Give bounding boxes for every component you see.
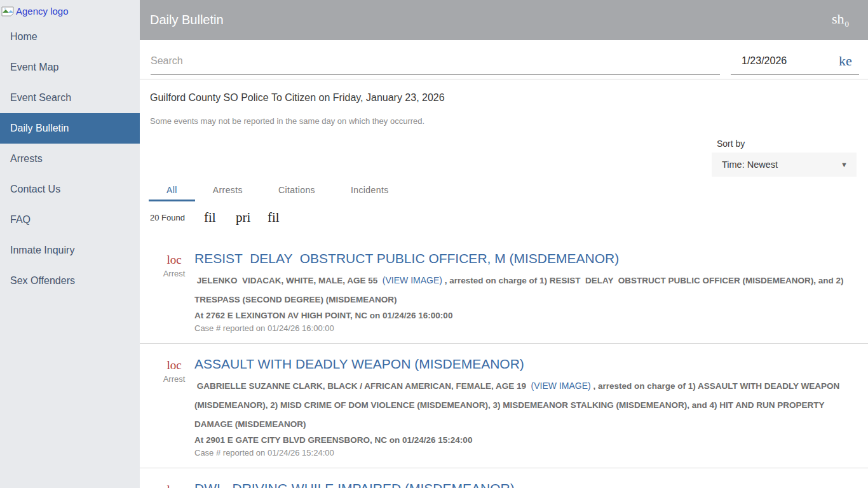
bulletin-item-left: loc bbox=[156, 481, 192, 488]
bulletin-item-body: DWI - DRIVING WHILE IMPAIRED (MISDEMEANO… bbox=[192, 481, 845, 488]
location-pin-icon[interactable]: loc bbox=[164, 358, 184, 372]
print-icon[interactable]: pri bbox=[236, 210, 255, 226]
sidebar-item-arrests[interactable]: Arrests bbox=[0, 144, 140, 174]
location-pin-icon[interactable]: loc bbox=[164, 253, 184, 267]
search-bar: ke bbox=[140, 40, 868, 79]
cart-icon[interactable]: sh0 bbox=[832, 11, 849, 29]
chevron-down-icon: ▼ bbox=[841, 161, 848, 168]
location-pin-icon[interactable]: loc bbox=[164, 483, 184, 488]
charge-title: DWI - DRIVING WHILE IMPAIRED (MISDEMEANO… bbox=[194, 481, 845, 488]
calendar-icon[interactable]: ke bbox=[839, 53, 857, 69]
bulletin-item-left: loc Arrest bbox=[156, 251, 192, 335]
bulletin-item-left: loc Arrest bbox=[156, 356, 192, 459]
bulletin-item-body: ASSAULT WITH DEADLY WEAPON (MISDEMEANOR)… bbox=[192, 356, 845, 459]
tab-arrests[interactable]: Arrests bbox=[195, 180, 261, 201]
tab-incidents[interactable]: Incidents bbox=[333, 180, 407, 201]
bulletin-note: Some events may not be reported in the s… bbox=[150, 116, 858, 126]
bulletin-item-body: RESIST DELAY OBSTRUCT PUBLIC OFFICER, M … bbox=[192, 251, 845, 335]
person-details: GABRIELLE SUZANNE CLARK, BLACK / AFRICAN… bbox=[194, 381, 531, 391]
arrest-description: JELENKO VIDACAK, WHITE, MALE, AGE 55 (VI… bbox=[194, 271, 845, 309]
search-input[interactable] bbox=[151, 48, 720, 75]
download-icon[interactable]: fil bbox=[268, 210, 287, 226]
bulletin-heading: Guilford County SO Police To Citizen on … bbox=[150, 92, 858, 104]
bulletin-item: loc Arrest ASSAULT WITH DEADLY WEAPON (M… bbox=[140, 343, 868, 468]
arrest-description: GABRIELLE SUZANNE CLARK, BLACK / AFRICAN… bbox=[194, 376, 845, 434]
sort-by-value: Time: Newest bbox=[722, 159, 778, 170]
case-line: Case # reported on 01/24/26 16:00:00 bbox=[194, 322, 845, 335]
sort-by: Sort by Time: Newest ▼ bbox=[712, 139, 857, 177]
sort-by-select[interactable]: Time: Newest ▼ bbox=[712, 152, 857, 177]
event-type-label: Arrest bbox=[156, 374, 192, 384]
event-type-label: Arrest bbox=[156, 269, 192, 278]
date-input[interactable] bbox=[731, 55, 820, 67]
agency-logo-alt-text: Agency logo bbox=[16, 6, 69, 17]
bulletin-item: loc DWI - DRIVING WHILE IMPAIRED (MISDEM… bbox=[140, 468, 868, 488]
sidebar-item-home[interactable]: Home bbox=[0, 22, 140, 52]
sidebar-item-contact-us[interactable]: Contact Us bbox=[0, 174, 140, 205]
cart-count-badge: 0 bbox=[845, 19, 850, 29]
sidebar-item-event-map[interactable]: Event Map bbox=[0, 52, 140, 83]
sidebar-item-daily-bulletin[interactable]: Daily Bulletin bbox=[0, 113, 140, 144]
person-details: JELENKO VIDACAK, WHITE, MALE, AGE 55 bbox=[194, 276, 383, 285]
sidebar: Agency logo Home Event Map Event Search … bbox=[0, 0, 140, 488]
bulletin-intro: Guilford County SO Police To Citizen on … bbox=[140, 79, 868, 126]
view-image-link[interactable]: (VIEW IMAGE) bbox=[531, 381, 591, 391]
date-field: ke bbox=[731, 48, 859, 75]
agency-logo-link[interactable]: Agency logo bbox=[0, 0, 140, 22]
sort-by-label: Sort by bbox=[712, 139, 857, 149]
filter-icon[interactable]: fil bbox=[204, 210, 223, 226]
page-header: Daily Bulletin sh0 bbox=[140, 0, 868, 40]
sidebar-item-event-search[interactable]: Event Search bbox=[0, 83, 140, 113]
location-line: At 2901 E GATE CITY BLVD GREENSBORO, NC … bbox=[194, 434, 845, 447]
bulletin-list: loc Arrest RESIST DELAY OBSTRUCT PUBLIC … bbox=[140, 251, 868, 488]
charge-title: ASSAULT WITH DEADLY WEAPON (MISDEMEANOR) bbox=[194, 356, 845, 372]
case-line: Case # reported on 01/24/26 15:24:00 bbox=[194, 447, 845, 459]
sidebar-item-inmate-inquiry[interactable]: Inmate Inquiry bbox=[0, 235, 140, 266]
main-content: Daily Bulletin sh0 ke Guilford County SO… bbox=[140, 0, 868, 488]
sidebar-nav: Home Event Map Event Search Daily Bullet… bbox=[0, 22, 140, 296]
sidebar-item-sex-offenders[interactable]: Sex Offenders bbox=[0, 266, 140, 296]
bulletin-item: loc Arrest RESIST DELAY OBSTRUCT PUBLIC … bbox=[140, 251, 868, 343]
view-image-link[interactable]: (VIEW IMAGE) bbox=[383, 275, 442, 285]
result-tabs: All Arrests Citations Incidents bbox=[149, 180, 868, 201]
results-toolbar: 20 Found fil pri fil bbox=[150, 210, 868, 226]
page-title: Daily Bulletin bbox=[150, 13, 224, 27]
tab-citations[interactable]: Citations bbox=[261, 180, 333, 201]
broken-image-icon bbox=[1, 6, 14, 17]
sidebar-item-faq[interactable]: FAQ bbox=[0, 205, 140, 235]
results-count: 20 Found bbox=[150, 213, 185, 222]
tab-all[interactable]: All bbox=[149, 180, 195, 201]
location-line: At 2762 E LEXINGTON AV HIGH POINT, NC on… bbox=[194, 309, 845, 322]
charge-title: RESIST DELAY OBSTRUCT PUBLIC OFFICER, M … bbox=[194, 251, 845, 266]
